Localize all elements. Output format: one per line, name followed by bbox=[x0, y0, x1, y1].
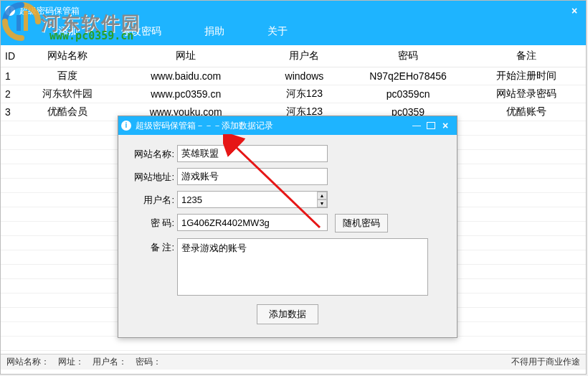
cell-id: 2 bbox=[1, 85, 23, 103]
cell-user: 河东123 bbox=[260, 85, 349, 103]
table-row[interactable]: 1百度www.baidu.comwindowsN97q2EHo78456开始注册… bbox=[1, 67, 586, 85]
status-user-label: 用户名： bbox=[93, 356, 127, 368]
status-bar: 网站名称： 网址： 用户名： 密码： 不得用于商业作途 bbox=[1, 354, 586, 370]
label-username: 用户名: bbox=[128, 191, 177, 207]
close-icon[interactable]: × bbox=[567, 5, 582, 17]
cell-id: 1 bbox=[1, 67, 23, 85]
cell-note: 优酷账号 bbox=[468, 103, 586, 121]
label-note: 备 注: bbox=[128, 238, 177, 254]
random-password-button[interactable]: 随机密码 bbox=[335, 214, 388, 232]
menu-add[interactable]: 添加 bbox=[58, 25, 78, 38]
col-header-note[interactable]: 备注 bbox=[468, 45, 586, 67]
cell-pass: N97q2EHo78456 bbox=[348, 67, 467, 85]
menu-change-password[interactable]: 修改密码 bbox=[121, 25, 161, 38]
info-icon: i bbox=[5, 6, 15, 16]
info-icon: i bbox=[121, 121, 131, 131]
status-url-label: 网址： bbox=[58, 356, 84, 368]
status-right-text: 不得用于商业作途 bbox=[511, 356, 580, 368]
col-header-url[interactable]: 网址 bbox=[112, 45, 260, 67]
cell-user: windows bbox=[260, 67, 349, 85]
status-pass-label: 密码： bbox=[136, 356, 161, 368]
label-site-name: 网站名称: bbox=[128, 145, 177, 161]
cell-name: 优酷会员 bbox=[23, 103, 112, 121]
maximize-icon[interactable] bbox=[427, 122, 435, 129]
input-note[interactable] bbox=[177, 238, 428, 296]
cell-name: 河东软件园 bbox=[23, 85, 112, 103]
dialog-title-bar[interactable]: i 超级密码保管箱－－－添加数据记录 — × bbox=[118, 116, 457, 135]
table-row bbox=[1, 337, 586, 351]
cell-id: 3 bbox=[1, 103, 23, 121]
cell-url: www.baidu.com bbox=[112, 67, 260, 85]
col-header-name[interactable]: 网站名称 bbox=[23, 45, 112, 67]
menu-about[interactable]: 关于 bbox=[267, 25, 288, 38]
cell-url: www.pc0359.cn bbox=[112, 85, 260, 103]
input-username[interactable] bbox=[177, 191, 328, 208]
add-record-dialog: i 超级密码保管箱－－－添加数据记录 — × 网站名称: 网站地址: 用户名: … bbox=[118, 116, 457, 338]
cell-pass: pc0359cn bbox=[348, 85, 467, 103]
table-row[interactable]: 2河东软件园www.pc0359.cn河东123pc0359cn网站登录密码 bbox=[1, 85, 586, 103]
input-site-name[interactable] bbox=[177, 145, 328, 162]
input-site-url[interactable] bbox=[177, 168, 328, 185]
minimize-icon[interactable]: — bbox=[408, 119, 425, 132]
spinner-up-icon[interactable]: ▲ bbox=[317, 192, 327, 199]
label-password: 密 码: bbox=[128, 214, 177, 230]
menu-bar: 添加 修改密码 捐助 关于 bbox=[1, 21, 586, 45]
cell-note: 开始注册时间 bbox=[468, 67, 586, 85]
input-password[interactable] bbox=[177, 214, 328, 231]
main-title-bar: i 超级密码保管箱 × bbox=[1, 1, 586, 21]
main-window-title: 超级密码保管箱 bbox=[19, 5, 567, 17]
status-site-label: 网站名称： bbox=[6, 356, 49, 368]
label-site-url: 网站地址: bbox=[128, 168, 177, 184]
cell-name: 百度 bbox=[23, 67, 112, 85]
cell-note: 网站登录密码 bbox=[468, 85, 586, 103]
add-data-button[interactable]: 添加数据 bbox=[257, 304, 318, 324]
spinner-down-icon[interactable]: ▼ bbox=[317, 199, 327, 207]
dialog-title: 超级密码保管箱－－－添加数据记录 bbox=[136, 120, 407, 132]
col-header-user[interactable]: 用户名 bbox=[260, 45, 349, 67]
close-icon[interactable]: × bbox=[437, 119, 454, 132]
col-header-pass[interactable]: 密码 bbox=[348, 45, 467, 67]
col-header-id[interactable]: ID bbox=[1, 45, 23, 67]
menu-donate[interactable]: 捐助 bbox=[204, 25, 224, 38]
